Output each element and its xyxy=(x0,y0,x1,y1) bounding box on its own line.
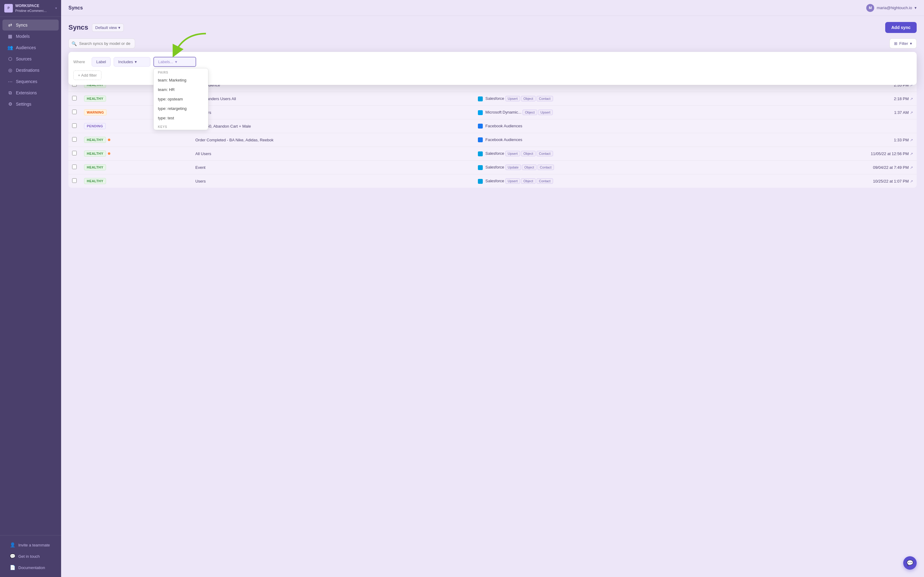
destination-name: Facebook Audiences xyxy=(486,124,522,128)
filter-button[interactable]: ⊞ Filter ▾ xyxy=(890,39,917,48)
table-row[interactable]: HEALTHY Users Salesforce UpsertObjectCon… xyxy=(68,174,917,188)
view-chevron-icon: ▾ xyxy=(118,25,120,30)
filter-chevron-icon: ▾ xyxy=(910,41,912,46)
destination-icon xyxy=(478,165,483,170)
models-icon: ▦ xyxy=(7,34,13,39)
notification-dot xyxy=(108,152,110,155)
sidebar-item-models[interactable]: ▦ Models xyxy=(2,31,59,42)
row-checkbox[interactable] xyxy=(72,151,77,155)
sidebar-nav: ⇄ Syncs ▦ Models 👥 Audiences ⬡ Sources ◎… xyxy=(0,17,61,535)
search-icon: 🔍 xyxy=(71,41,77,46)
sidebar-item-sources[interactable]: ⬡ Sources xyxy=(2,53,59,64)
sidebar-item-settings[interactable]: ⚙ Settings xyxy=(2,98,59,110)
tag: Object xyxy=(521,96,536,102)
sidebar-item-documentation[interactable]: 📄 Documentation xyxy=(5,562,56,573)
sidebar-item-label: Syncs xyxy=(16,23,27,27)
sources-icon: ⬡ xyxy=(7,56,13,62)
row-checkbox[interactable] xyxy=(72,164,77,169)
external-link-icon[interactable]: ↗ xyxy=(910,179,913,184)
sidebar-item-invite[interactable]: 👤 Invite a teammate xyxy=(5,540,56,550)
row-checkbox[interactable] xyxy=(72,110,77,114)
workspace-selector[interactable]: P WORKSPACE Pristine eCommerc... ▾ xyxy=(0,0,61,17)
filter-labels-wrap: Labels... ▾ PAIRS team: Marketing team: … xyxy=(153,57,196,67)
row-checkbox[interactable] xyxy=(72,137,77,142)
table-row[interactable]: HEALTHY All Users Salesforce UpsertObjec… xyxy=(68,147,917,161)
destination-icon xyxy=(478,137,483,142)
table-row[interactable]: HEALTHY Event Salesforce UpdateObjectCon… xyxy=(68,161,917,174)
filter-condition-wrap: Includes ▾ xyxy=(114,57,150,66)
model-name: All Users xyxy=(192,106,474,119)
external-link-icon[interactable]: ↗ xyxy=(910,166,913,170)
destination-cell: Salesforce UpdateObjectContact xyxy=(474,161,753,174)
page-title: Syncs xyxy=(68,24,88,31)
status-badge: PENDING xyxy=(84,123,106,129)
sidebar-item-destinations[interactable]: ◎ Destinations xyxy=(2,65,59,76)
destination-icon xyxy=(478,97,483,102)
chat-button[interactable]: 💬 xyxy=(903,556,917,570)
sidebar-item-label: Get in touch xyxy=(18,554,40,559)
status-badge: HEALTHY xyxy=(84,150,106,156)
external-link-icon[interactable]: ↗ xyxy=(910,111,913,115)
sidebar-item-label: Documentation xyxy=(18,566,45,570)
sidebar-item-extensions[interactable]: ⧉ Extensions xyxy=(2,87,59,98)
sidebar-item-label: Audiences xyxy=(16,45,36,50)
destination-name: Microsoft Dynamic... xyxy=(486,110,522,114)
filter-labels-button[interactable]: Labels... ▾ xyxy=(153,57,196,67)
dropdown-item-type-opsteam[interactable]: type: opsteam xyxy=(154,94,208,104)
filter-bar: 🔍 ⊞ Filter ▾ Where Label Includes ▾ xyxy=(68,39,917,48)
tag: Object xyxy=(522,164,536,170)
table-row[interactable]: HEALTHY Order Completed - BA Nike, Adida… xyxy=(68,133,917,147)
pairs-section-title: PAIRS xyxy=(154,68,208,76)
filter-condition-button[interactable]: Includes ▾ xyxy=(114,57,150,66)
workspace-icon: P xyxy=(4,4,13,13)
workspace-chevron-icon: ▾ xyxy=(55,6,57,10)
topbar-user-menu[interactable]: M maria@hightouch.io ▾ xyxy=(866,4,917,12)
last-updated: 1:37 AM↗ xyxy=(753,106,917,119)
sidebar-item-getintouch[interactable]: 💬 Get in touch xyxy=(5,551,56,562)
view-selector-label: Default view xyxy=(95,25,117,30)
model-name: Order Completed - BA Nike, Adidas, Reebo… xyxy=(192,133,474,147)
tag: Contact xyxy=(536,151,553,156)
sidebar-item-label: Settings xyxy=(16,102,31,106)
settings-icon: ⚙ xyxy=(7,102,13,107)
row-checkbox[interactable] xyxy=(72,178,77,183)
search-input[interactable] xyxy=(68,39,135,48)
sidebar-item-label: Destinations xyxy=(16,68,39,73)
external-link-icon[interactable]: ↗ xyxy=(910,152,913,156)
sidebar-item-sequences[interactable]: ⋯ Sequences xyxy=(2,76,59,87)
destination-name: Facebook Audiences xyxy=(486,137,522,142)
getintouch-icon: 💬 xyxy=(10,553,15,559)
tag: Contact xyxy=(536,178,553,184)
sidebar-item-audiences[interactable]: 👥 Audiences xyxy=(2,42,59,53)
model-name: Commanders Users All xyxy=(192,92,474,106)
user-avatar: M xyxy=(866,4,874,12)
row-checkbox[interactable] xyxy=(72,96,77,100)
destination-name: Salesforce xyxy=(486,96,504,101)
destination-name: Salesforce xyxy=(486,179,504,183)
destination-cell: Salesforce UpsertObjectContact xyxy=(474,92,753,106)
model-name: LTV > 50, Abandon Cart + Male xyxy=(192,119,474,133)
audiences-icon: 👥 xyxy=(7,45,13,50)
destination-icon xyxy=(478,179,483,184)
user-chevron-icon: ▾ xyxy=(914,5,917,10)
last-updated: 11/05/22 at 12:56 PM↗ xyxy=(753,147,917,161)
external-link-icon[interactable]: ↗ xyxy=(910,97,913,101)
dropdown-item-type-test[interactable]: type: test xyxy=(154,113,208,123)
labels-dropdown: PAIRS team: Marketing team: HR type: ops… xyxy=(153,68,208,130)
destination-cell: Microsoft Dynamic... ObjectUpsert xyxy=(474,106,753,119)
add-filter-button[interactable]: + Add filter xyxy=(73,71,102,80)
external-link-icon[interactable]: ↗ xyxy=(910,138,913,142)
sidebar-item-syncs[interactable]: ⇄ Syncs xyxy=(2,19,59,31)
view-selector-button[interactable]: Default view ▾ xyxy=(92,24,124,32)
dropdown-item-type-retargeting[interactable]: type: retargeting xyxy=(154,104,208,113)
filter-condition-label: Includes xyxy=(118,60,133,64)
workspace-label: WORKSPACE xyxy=(15,4,53,8)
filter-button-label: Filter xyxy=(899,41,908,46)
filter-field-button[interactable]: Label xyxy=(92,57,111,66)
row-checkbox[interactable] xyxy=(72,123,77,128)
tag: Object xyxy=(521,178,536,184)
dropdown-item-team-hr[interactable]: team: HR xyxy=(154,85,208,94)
add-sync-button[interactable]: Add sync xyxy=(885,22,917,33)
sidebar-item-label: Extensions xyxy=(16,90,37,95)
dropdown-item-team-marketing[interactable]: team: Marketing xyxy=(154,76,208,85)
